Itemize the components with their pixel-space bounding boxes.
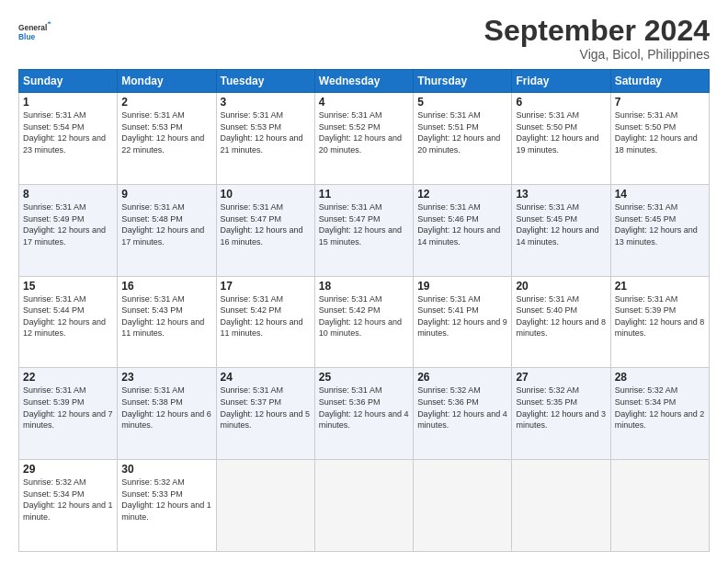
table-row: 8 Sunrise: 5:31 AMSunset: 5:49 PMDayligh… (19, 184, 710, 276)
table-cell: 11 Sunrise: 5:31 AMSunset: 5:47 PMDaylig… (314, 184, 413, 276)
table-cell: 5 Sunrise: 5:31 AMSunset: 5:51 PMDayligh… (414, 93, 512, 185)
col-tuesday: Tuesday (216, 70, 314, 93)
table-cell-empty (512, 460, 610, 552)
table-cell: 14 Sunrise: 5:31 AMSunset: 5:45 PMDaylig… (610, 184, 709, 276)
table-cell: 7 Sunrise: 5:31 AMSunset: 5:50 PMDayligh… (610, 93, 709, 185)
page: General Blue September 2024 Viga, Bicol,… (0, 0, 728, 563)
svg-text:Blue: Blue (18, 32, 36, 41)
svg-marker-2 (47, 21, 51, 23)
calendar-header-row: Sunday Monday Tuesday Wednesday Thursday… (19, 70, 710, 93)
col-saturday: Saturday (610, 70, 709, 93)
col-sunday: Sunday (19, 70, 118, 93)
table-cell: 8 Sunrise: 5:31 AMSunset: 5:49 PMDayligh… (19, 184, 118, 276)
table-cell: 4 Sunrise: 5:31 AMSunset: 5:52 PMDayligh… (314, 93, 413, 185)
table-cell: 6 Sunrise: 5:31 AMSunset: 5:50 PMDayligh… (512, 93, 610, 185)
table-cell: 10 Sunrise: 5:31 AMSunset: 5:47 PMDaylig… (216, 184, 314, 276)
table-cell: 16 Sunrise: 5:31 AMSunset: 5:43 PMDaylig… (118, 276, 216, 368)
svg-text:General: General (18, 23, 47, 32)
location-subtitle: Viga, Bicol, Philippines (484, 47, 710, 62)
table-cell: 15 Sunrise: 5:31 AMSunset: 5:44 PMDaylig… (19, 276, 118, 368)
table-cell: 19 Sunrise: 5:31 AMSunset: 5:41 PMDaylig… (414, 276, 512, 368)
table-cell: 1 Sunrise: 5:31 AMSunset: 5:54 PMDayligh… (19, 93, 118, 185)
table-row: 29 Sunrise: 5:32 AMSunset: 5:34 PMDaylig… (19, 460, 710, 552)
table-cell: 26 Sunrise: 5:32 AMSunset: 5:36 PMDaylig… (414, 368, 512, 460)
table-cell: 30 Sunrise: 5:32 AMSunset: 5:33 PMDaylig… (118, 460, 216, 552)
logo-icon: General Blue (18, 15, 51, 48)
table-cell: 18 Sunrise: 5:31 AMSunset: 5:42 PMDaylig… (314, 276, 413, 368)
table-cell-empty (610, 460, 709, 552)
table-cell: 3 Sunrise: 5:31 AMSunset: 5:53 PMDayligh… (216, 93, 314, 185)
table-cell: 24 Sunrise: 5:31 AMSunset: 5:37 PMDaylig… (216, 368, 314, 460)
header: General Blue September 2024 Viga, Bicol,… (18, 15, 710, 62)
col-monday: Monday (118, 70, 216, 93)
table-cell-empty (216, 460, 314, 552)
table-row: 22 Sunrise: 5:31 AMSunset: 5:39 PMDaylig… (19, 368, 710, 460)
table-cell: 27 Sunrise: 5:32 AMSunset: 5:35 PMDaylig… (512, 368, 610, 460)
calendar-table: Sunday Monday Tuesday Wednesday Thursday… (18, 69, 710, 552)
table-cell: 9 Sunrise: 5:31 AMSunset: 5:48 PMDayligh… (118, 184, 216, 276)
logo: General Blue (18, 15, 51, 48)
table-cell-empty (314, 460, 413, 552)
table-cell: 12 Sunrise: 5:31 AMSunset: 5:46 PMDaylig… (414, 184, 512, 276)
col-thursday: Thursday (414, 70, 512, 93)
table-cell: 22 Sunrise: 5:31 AMSunset: 5:39 PMDaylig… (19, 368, 118, 460)
table-cell: 2 Sunrise: 5:31 AMSunset: 5:53 PMDayligh… (118, 93, 216, 185)
table-cell: 23 Sunrise: 5:31 AMSunset: 5:38 PMDaylig… (118, 368, 216, 460)
table-cell: 25 Sunrise: 5:31 AMSunset: 5:36 PMDaylig… (314, 368, 413, 460)
table-cell: 20 Sunrise: 5:31 AMSunset: 5:40 PMDaylig… (512, 276, 610, 368)
col-wednesday: Wednesday (314, 70, 413, 93)
table-cell-empty (414, 460, 512, 552)
table-cell: 13 Sunrise: 5:31 AMSunset: 5:45 PMDaylig… (512, 184, 610, 276)
table-cell: 17 Sunrise: 5:31 AMSunset: 5:42 PMDaylig… (216, 276, 314, 368)
col-friday: Friday (512, 70, 610, 93)
table-cell: 28 Sunrise: 5:32 AMSunset: 5:34 PMDaylig… (610, 368, 709, 460)
month-title: September 2024 (484, 15, 710, 47)
table-cell: 29 Sunrise: 5:32 AMSunset: 5:34 PMDaylig… (19, 460, 118, 552)
table-row: 1 Sunrise: 5:31 AMSunset: 5:54 PMDayligh… (19, 93, 710, 185)
title-block: September 2024 Viga, Bicol, Philippines (484, 15, 710, 62)
table-row: 15 Sunrise: 5:31 AMSunset: 5:44 PMDaylig… (19, 276, 710, 368)
table-cell: 21 Sunrise: 5:31 AMSunset: 5:39 PMDaylig… (610, 276, 709, 368)
